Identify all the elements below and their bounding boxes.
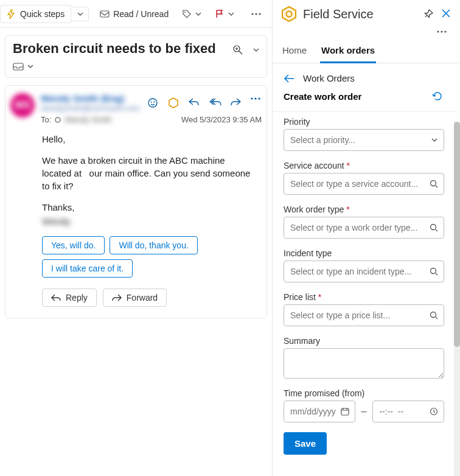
more-icon <box>251 97 260 100</box>
suggested-reply[interactable]: Will do, thank you. <box>110 236 197 254</box>
svg-point-8 <box>151 102 152 103</box>
quick-steps-label: Quick steps <box>20 9 64 19</box>
fs-hex-button[interactable] <box>168 97 179 108</box>
zoom-icon <box>232 44 243 55</box>
price-list-field[interactable] <box>284 304 444 326</box>
forward-button[interactable]: Forward <box>103 289 167 307</box>
svg-point-20 <box>431 312 436 318</box>
avatar: WS <box>10 93 35 117</box>
breadcrumb: Work Orders <box>273 63 456 89</box>
svg-point-18 <box>431 225 436 230</box>
scrollbar-thumb[interactable] <box>454 122 460 347</box>
forward-icon-button[interactable] <box>230 97 241 108</box>
price-list-label: Price list <box>284 292 444 302</box>
search-icon <box>430 223 438 232</box>
emoji-button[interactable] <box>147 97 158 108</box>
tab-home[interactable]: Home <box>281 41 308 63</box>
summary-label: Summary <box>284 336 444 346</box>
flag-button[interactable] <box>209 5 240 23</box>
forward-icon <box>230 97 241 106</box>
reply-icon <box>189 97 200 106</box>
svg-rect-0 <box>100 11 109 17</box>
refresh-button[interactable] <box>432 91 443 102</box>
zoom-button[interactable] <box>232 44 243 55</box>
hexagon-icon <box>168 97 179 108</box>
quick-steps-button[interactable]: Quick steps <box>0 5 71 23</box>
suggested-reply[interactable]: I will take care of it. <box>42 259 133 278</box>
reply-label: Reply <box>66 293 88 303</box>
reply-icon-button[interactable] <box>189 97 200 108</box>
presence-icon <box>55 117 61 123</box>
to-label: To: <box>41 115 51 124</box>
reply-all-icon <box>209 97 221 106</box>
fs-logo-icon <box>281 6 297 22</box>
message-more-button[interactable] <box>251 97 262 108</box>
chevron-down-icon[interactable] <box>27 63 33 69</box>
toolbar-more-button[interactable] <box>245 9 267 19</box>
incident-type-field[interactable] <box>284 261 444 282</box>
reply-icon <box>51 294 61 301</box>
priority-select[interactable] <box>284 129 444 151</box>
email-subject: Broken circuit needs to be fixed <box>13 41 216 57</box>
svg-point-7 <box>148 99 157 107</box>
body-thanks: Thanks, <box>42 201 257 214</box>
search-icon <box>430 267 438 276</box>
inbox-button[interactable] <box>13 61 24 71</box>
search-icon <box>430 311 438 320</box>
range-dash: – <box>361 406 367 417</box>
forward-label: Forward <box>127 293 158 303</box>
svg-point-12 <box>258 97 260 99</box>
save-button[interactable]: Save <box>284 432 327 455</box>
read-unread-button[interactable]: Read / Unread <box>94 5 175 23</box>
crumb-label: Work Orders <box>303 73 355 83</box>
chevron-down-icon <box>431 136 438 144</box>
chevron-down-icon <box>228 11 234 17</box>
from-email: wendysmith@microsoft.com <box>41 103 140 113</box>
pin-button[interactable] <box>423 9 433 19</box>
flag-icon <box>215 9 225 19</box>
forward-icon <box>112 294 122 301</box>
close-icon <box>442 9 450 18</box>
message-card: WS Wendy Smith (Eng) wendysmith@microsof… <box>5 85 267 318</box>
back-button[interactable] <box>284 74 294 83</box>
body-greeting: Hello, <box>42 133 257 145</box>
suggested-reply[interactable]: Yes, will do. <box>42 236 105 254</box>
body-sig: Wendy <box>42 215 257 228</box>
more-icon <box>251 13 261 15</box>
chevron-down-icon <box>77 11 83 17</box>
tag-button[interactable] <box>176 5 207 23</box>
svg-point-2 <box>252 13 254 15</box>
inbox-icon <box>13 61 24 71</box>
refresh-icon <box>432 91 443 102</box>
from-name: Wendy Smith (Eng) <box>41 93 140 103</box>
close-button[interactable] <box>442 9 450 19</box>
work-order-type-field[interactable] <box>284 217 444 239</box>
svg-point-19 <box>431 268 436 274</box>
search-icon <box>430 180 438 188</box>
work-order-form: Priority Service account Work order type <box>273 117 456 467</box>
summary-field[interactable] <box>284 348 444 379</box>
reply-all-icon-button[interactable] <box>209 97 220 108</box>
email-date: Wed 5/3/2023 9:35 AM <box>181 115 262 124</box>
to-name: Wendy Smith <box>64 115 111 124</box>
pin-icon <box>423 9 433 19</box>
svg-point-11 <box>254 97 256 99</box>
reply-button[interactable]: Reply <box>42 289 97 307</box>
clock-icon <box>430 407 438 416</box>
service-account-label: Service account <box>284 161 444 170</box>
quick-steps-chevron[interactable] <box>72 7 89 21</box>
fs-header: Field Service <box>273 0 460 24</box>
chevron-down-icon[interactable] <box>253 47 259 53</box>
tab-work-orders[interactable]: Work orders <box>320 41 376 63</box>
priority-label: Priority <box>284 117 444 127</box>
service-account-field[interactable] <box>284 173 444 195</box>
subject-card: Broken circuit needs to be fixed <box>5 35 267 78</box>
emoji-icon <box>147 97 158 108</box>
svg-rect-21 <box>341 408 349 415</box>
email-body: Hello, We have a broken circuit in the A… <box>10 124 262 234</box>
svg-point-4 <box>259 13 261 15</box>
svg-point-10 <box>251 97 253 99</box>
calendar-icon <box>341 407 349 416</box>
tabs: Home Work orders <box>273 33 460 63</box>
time-from-label: Time promised (from) <box>284 388 444 398</box>
